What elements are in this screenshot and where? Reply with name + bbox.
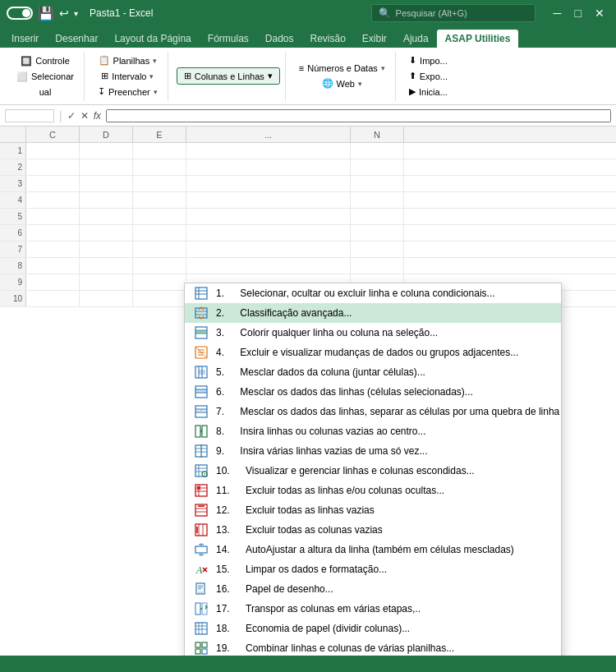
cell-c7[interactable]	[26, 242, 80, 257]
toggle-switch[interactable]	[7, 7, 33, 20]
cell-c8[interactable]	[26, 258, 80, 274]
tab-dados[interactable]: Dados	[257, 30, 302, 48]
menu-item-2[interactable]: 2. Classificação avançada...	[185, 303, 561, 323]
cell-c6[interactable]	[26, 225, 80, 241]
cell-e2[interactable]	[133, 159, 186, 175]
cell-c1[interactable]	[26, 143, 80, 159]
fx-icon[interactable]: fx	[94, 110, 101, 122]
menu-item-18[interactable]: 18. Economia de papel (dividir colunas).…	[185, 619, 561, 638]
cell-n1[interactable]	[351, 143, 404, 159]
cell-d6[interactable]	[80, 225, 133, 241]
cancel-icon[interactable]: ✕	[80, 110, 89, 122]
menu-item-10[interactable]: 10. Visualizar e gerenciar linhas e colu…	[185, 461, 561, 481]
col-header-n[interactable]: N	[351, 127, 404, 142]
cell-c5[interactable]	[26, 209, 80, 224]
cell-n5[interactable]	[351, 209, 404, 224]
numeros-datas-btn[interactable]: ≡ Números e Datas ▾	[294, 62, 390, 75]
cell-c9[interactable]	[26, 274, 80, 290]
cell-d4[interactable]	[80, 192, 133, 208]
web-btn[interactable]: 🌐 Web ▾	[317, 76, 367, 90]
tab-revisao[interactable]: Revisão	[302, 30, 354, 48]
dropdown-arrow[interactable]: ▾	[74, 9, 78, 18]
tab-inserir[interactable]: Inserir	[3, 30, 47, 48]
menu-item-8[interactable]: 8. Insira linhas ou colunas vazias ao ce…	[185, 421, 561, 441]
tab-desenhar[interactable]: Desenhar	[47, 30, 106, 48]
colunas-linhas-btn[interactable]: ⊞ Colunas e Linhas ▾	[177, 67, 280, 85]
cell-e3[interactable]	[133, 176, 186, 191]
cell-p2[interactable]	[186, 159, 351, 175]
cell-n6[interactable]	[351, 225, 404, 241]
menu-item-7[interactable]: 7. Mesclar os dados das linhas, separar …	[185, 402, 561, 421]
save-icon[interactable]: 💾	[38, 6, 54, 21]
col-header-d[interactable]: D	[80, 127, 133, 142]
ual-btn[interactable]: ual	[34, 85, 57, 99]
menu-item-1[interactable]: 1. Selecionar, ocultar ou excluir linha …	[185, 283, 561, 303]
cell-p7[interactable]	[186, 242, 351, 257]
selecionar-btn[interactable]: ⬜ Selecionar	[11, 70, 79, 84]
tab-asap[interactable]: ASAP Utilities	[437, 30, 519, 48]
controle-btn[interactable]: 🔲 Controle	[16, 54, 75, 68]
menu-item-9[interactable]: 9. Insira várias linhas vazias de uma só…	[185, 441, 561, 461]
col-header-e[interactable]: E	[133, 127, 186, 142]
inicia-btn[interactable]: ▶ Inicia...	[404, 85, 453, 99]
cell-e6[interactable]	[133, 225, 186, 241]
name-box[interactable]	[5, 109, 54, 122]
cell-d10[interactable]	[80, 291, 133, 306]
cell-e1[interactable]	[133, 143, 186, 159]
checkmark-icon[interactable]: ✓	[67, 110, 76, 122]
menu-item-13[interactable]: 13. Excluir todas as colunas vazias	[185, 520, 561, 540]
cell-e4[interactable]	[133, 192, 186, 208]
cell-c4[interactable]	[26, 192, 80, 208]
cell-n7[interactable]	[351, 242, 404, 257]
cell-e8[interactable]	[133, 258, 186, 274]
minimize-btn[interactable]: ─	[549, 7, 567, 20]
search-box[interactable]: 🔍 Pesquisar (Alt+G)	[371, 4, 536, 22]
cell-e7[interactable]	[133, 242, 186, 257]
cell-p8[interactable]	[186, 258, 351, 274]
undo-icon[interactable]: ↩	[59, 7, 69, 20]
tab-formulas[interactable]: Fórmulas	[200, 30, 257, 48]
tab-ajuda[interactable]: Ajuda	[395, 30, 437, 48]
cell-p3[interactable]	[186, 176, 351, 191]
planilhas-btn[interactable]: 📋 Planilhas ▾	[94, 53, 163, 67]
menu-item-5[interactable]: 5. Mesclar dados da coluna (juntar célul…	[185, 362, 561, 382]
cell-e5[interactable]	[133, 209, 186, 224]
cell-c2[interactable]	[26, 159, 80, 175]
intervalo-btn[interactable]: ⊞ Intervalo ▾	[96, 69, 159, 83]
cell-n2[interactable]	[351, 159, 404, 175]
cell-d3[interactable]	[80, 176, 133, 191]
tab-exibir[interactable]: Exibir	[354, 30, 395, 48]
menu-item-15[interactable]: A 15. Limpar os dados e formatação...	[185, 559, 561, 579]
col-header-p[interactable]: ...	[186, 127, 351, 142]
maximize-btn[interactable]: □	[570, 7, 586, 20]
cell-p6[interactable]	[186, 225, 351, 241]
cell-p1[interactable]	[186, 143, 351, 159]
menu-item-12[interactable]: 12. Excluir todas as linhas vazias	[185, 500, 561, 520]
cell-n3[interactable]	[351, 176, 404, 191]
select-all-corner[interactable]	[0, 127, 26, 142]
menu-item-4[interactable]: 4. Excluir e visualizar mudanças de dado…	[185, 343, 561, 362]
menu-item-6[interactable]: 6. Mesclar os dados das linhas (células …	[185, 382, 561, 402]
cell-e10[interactable]	[133, 291, 186, 306]
cell-d5[interactable]	[80, 209, 133, 224]
cell-e9[interactable]	[133, 274, 186, 290]
menu-item-16[interactable]: 16. Papel de desenho...	[185, 579, 561, 599]
cell-d7[interactable]	[80, 242, 133, 257]
cell-n4[interactable]	[351, 192, 404, 208]
menu-item-19[interactable]: 19. Combinar linhas e colunas de várias …	[185, 638, 561, 656]
menu-item-14[interactable]: 14. AutoAjustar a altura da linha (també…	[185, 540, 561, 559]
cell-c10[interactable]	[26, 291, 80, 306]
cell-c3[interactable]	[26, 176, 80, 191]
cell-d1[interactable]	[80, 143, 133, 159]
close-btn[interactable]: ✕	[590, 7, 609, 20]
impo-btn[interactable]: ⬇ Impo...	[404, 53, 453, 67]
tab-layout[interactable]: Layout da Página	[106, 30, 199, 48]
cell-d9[interactable]	[80, 274, 133, 290]
expo-btn[interactable]: ⬆ Expo...	[404, 69, 453, 83]
cell-d8[interactable]	[80, 258, 133, 274]
cell-p5[interactable]	[186, 209, 351, 224]
cell-p4[interactable]	[186, 192, 351, 208]
menu-item-3[interactable]: 3. Colorir qualquer linha ou coluna na s…	[185, 323, 561, 343]
menu-item-11[interactable]: 11. Excluir todas as linhas e/ou colunas…	[185, 481, 561, 500]
preencher-btn[interactable]: ↧ Preencher ▾	[93, 85, 163, 99]
